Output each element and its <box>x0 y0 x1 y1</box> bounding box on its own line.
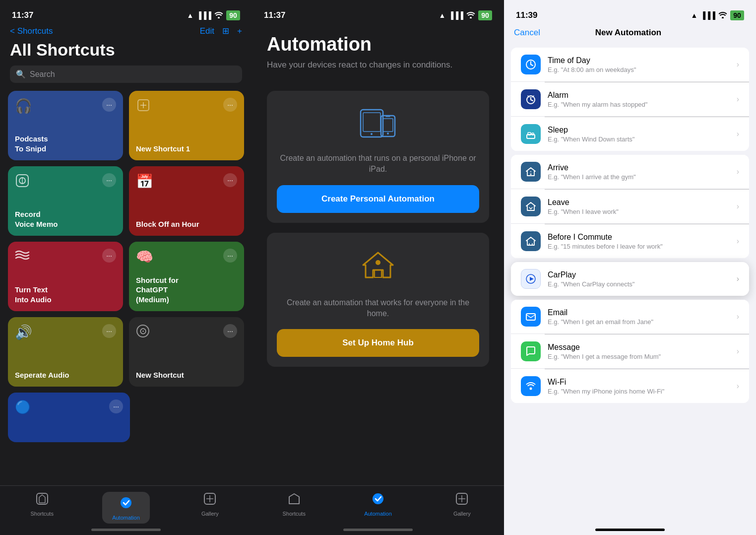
group-time: Time of Day E.g. "At 8:00 am on weekdays… <box>511 48 749 151</box>
row-carplay[interactable]: CarPlay E.g. "When CarPlay connects" › <box>511 262 749 296</box>
status-bar-1: 11:37 ▲ ▐▐▐ 90 <box>0 0 252 24</box>
shortcut-podcasts[interactable]: 🎧 ··· PodcastsTo Snipd <box>8 91 123 160</box>
shortcut-chatgpt[interactable]: 🧠 ··· Shortcut forChatGPT(Medium) <box>129 242 244 311</box>
search-bar[interactable]: 🔍 Search <box>10 66 242 83</box>
signal-icon-1: ▐▐▐ <box>196 11 211 19</box>
automation-title: Automation <box>267 34 489 55</box>
shortcut-voice[interactable]: ··· RecordVoice Memo <box>8 166 123 236</box>
automation-subtitle: Have your devices react to changes in co… <box>267 59 489 71</box>
edit-button[interactable]: Edit <box>200 26 214 36</box>
svg-point-21 <box>387 133 389 134</box>
row-arrive[interactable]: Arrive E.g. "When I arrive at the gym" › <box>511 155 749 189</box>
sleep-subtitle: E.g. "When Wind Down starts" <box>548 135 737 143</box>
audio-more[interactable]: ··· <box>102 324 116 338</box>
row-before-commute[interactable]: Before I Commute E.g. "15 minutes before… <box>511 224 749 258</box>
location-icon-3: ▲ <box>691 11 697 19</box>
svg-point-27 <box>373 493 383 504</box>
shortcut-new2[interactable]: ⊙ ··· New Shortcut <box>129 317 244 387</box>
row-wifi[interactable]: Wi-Fi E.g. "When my iPhone joins home Wi… <box>511 369 749 403</box>
svg-rect-54 <box>526 314 535 320</box>
new2-more[interactable]: ··· <box>223 324 237 338</box>
row-message[interactable]: Message E.g. "When I get a message from … <box>511 334 749 369</box>
cancel-button[interactable]: Cancel <box>514 28 540 38</box>
shortcut-block[interactable]: 📅 ··· Block Off an Hour <box>129 166 244 236</box>
time-of-day-icon <box>521 55 541 74</box>
home-indicator-3 <box>595 529 665 531</box>
bottom-tab-bar-1: Shortcuts Automation <box>0 485 252 535</box>
back-button-1[interactable]: < Shortcuts <box>10 26 53 36</box>
carplay-text: CarPlay E.g. "When CarPlay connects" <box>548 270 737 288</box>
block-icon: 📅 <box>136 173 153 190</box>
carplay-title: CarPlay <box>548 270 737 279</box>
partial-more[interactable]: ··· <box>109 400 123 413</box>
shortcut-partial[interactable]: 🔵 ··· <box>8 393 130 442</box>
arrive-icon <box>521 162 541 182</box>
nav-bar-1: < Shortcuts Edit ⊞ + <box>0 24 252 40</box>
arrive-chevron: › <box>737 167 739 176</box>
tab-gallery-2[interactable]: Gallery <box>420 492 504 517</box>
svg-rect-24 <box>375 270 381 277</box>
alarm-chevron: › <box>737 95 739 104</box>
gallery-label-2: Gallery <box>453 511 471 517</box>
tab-shortcuts-1[interactable]: Shortcuts <box>0 492 84 517</box>
time-3: 11:39 <box>516 10 537 20</box>
alarm-title: Alarm <box>548 91 737 100</box>
shortcuts-icon-2 <box>287 492 301 509</box>
svg-point-55 <box>530 388 532 390</box>
svg-point-25 <box>376 260 380 265</box>
svg-point-44 <box>530 174 532 175</box>
new-auto-title: New Automation <box>595 28 661 38</box>
sleep-icon <box>521 124 541 144</box>
panel-all-shortcuts: 11:37 ▲ ▐▐▐ 90 < Shortcuts Edit ⊞ + All … <box>0 0 252 535</box>
svg-line-37 <box>531 100 533 101</box>
svg-line-48 <box>529 207 531 209</box>
shortcut-text-audio[interactable]: ··· Turn TextInto Audio <box>8 242 123 311</box>
svg-marker-26 <box>289 494 299 504</box>
chatgpt-icon: 🧠 <box>136 249 153 265</box>
leave-subtitle: E.g. "When I leave work" <box>548 208 737 215</box>
search-icon: 🔍 <box>16 69 26 79</box>
shortcut-audio[interactable]: 🔊 ··· Seperate Audio <box>8 317 123 387</box>
svg-point-0 <box>218 17 220 18</box>
row-sleep[interactable]: Sleep E.g. "When Wind Down starts" › <box>511 117 749 151</box>
new1-more[interactable]: ··· <box>223 98 237 112</box>
commute-subtitle: E.g. "15 minutes before I leave for work… <box>548 243 737 250</box>
gallery-tab-label-1: Gallery <box>201 511 219 517</box>
add-button[interactable]: + <box>237 26 242 36</box>
automation-content: Automation Have your devices react to ch… <box>252 24 504 387</box>
audio-icon: 🔊 <box>15 324 32 340</box>
row-time-of-day[interactable]: Time of Day E.g. "At 8:00 am on weekdays… <box>511 48 749 82</box>
block-more[interactable]: ··· <box>223 173 237 187</box>
chatgpt-more[interactable]: ··· <box>223 249 237 263</box>
leave-text: Leave E.g. "When I leave work" <box>548 198 737 215</box>
voice-more[interactable]: ··· <box>102 173 116 187</box>
podcasts-more[interactable]: ··· <box>102 98 116 112</box>
create-personal-automation-button[interactable]: Create Personal Automation <box>277 185 479 213</box>
grid-button[interactable]: ⊞ <box>222 26 229 36</box>
voice-label: RecordVoice Memo <box>15 209 116 229</box>
wifi-icon-3 <box>718 11 727 20</box>
leave-title: Leave <box>548 198 737 207</box>
tab-automation-1[interactable]: Automation <box>84 492 168 524</box>
text-audio-more[interactable]: ··· <box>102 249 116 263</box>
automation-label-2: Automation <box>364 511 392 517</box>
chatgpt-label: Shortcut forChatGPT(Medium) <box>136 275 237 305</box>
wifi-chevron: › <box>737 382 739 391</box>
home-card-desc: Create an automation that works for ever… <box>277 297 479 320</box>
shortcut-new1[interactable]: ··· New Shortcut 1 <box>129 91 244 160</box>
setup-home-hub-button[interactable]: Set Up Home Hub <box>277 329 479 357</box>
arrive-text: Arrive E.g. "When I arrive at the gym" <box>548 163 737 181</box>
signal-icon-2: ▐▐▐ <box>448 11 463 19</box>
tab-automation-2[interactable]: Automation <box>336 492 420 517</box>
row-alarm[interactable]: Alarm E.g. "When my alarm has stopped" › <box>511 82 749 117</box>
bottom-tab-bar-2: Shortcuts Automation Gallery <box>252 485 504 535</box>
automation-icon-2 <box>371 492 385 509</box>
location-icon-1: ▲ <box>187 11 193 19</box>
row-leave[interactable]: Leave E.g. "When I leave work" › <box>511 190 749 224</box>
row-email[interactable]: Email E.g. "When I get an email from Jan… <box>511 300 749 334</box>
wifi-icon-1 <box>214 11 223 20</box>
svg-line-34 <box>531 65 533 66</box>
tab-gallery-1[interactable]: Gallery <box>168 492 252 517</box>
tab-shortcuts-2[interactable]: Shortcuts <box>252 492 336 517</box>
leave-chevron: › <box>737 202 739 211</box>
